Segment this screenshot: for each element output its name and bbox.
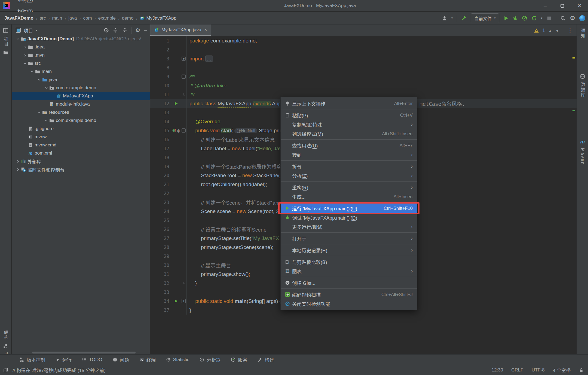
tree-chevron-icon[interactable] — [15, 159, 21, 164]
tool-window-button-构建[interactable]: 构建 — [258, 356, 274, 363]
breadcrumb-demo[interactable]: demo — [122, 16, 134, 21]
context-menu-item-24[interactable]: 图表› — [281, 266, 417, 276]
settings-gear-icon[interactable]: ⚙ — [570, 15, 575, 22]
run-button-icon[interactable] — [503, 16, 509, 21]
tree-item-module-info.java[interactable]: module-info.java — [12, 100, 150, 108]
context-menu-item-0[interactable]: 显示上下文操作Alt+Enter — [281, 99, 417, 108]
status-message[interactable]: // 构建在 2秒87毫秒内成功完成 (15 分钟之前) — [13, 367, 106, 373]
indent-indicator[interactable]: 4 个空格 — [553, 367, 571, 373]
tree-item-resources[interactable]: resources — [12, 108, 150, 116]
tree-item-临时文件和控制台[interactable]: 临时文件和控制台 — [12, 165, 150, 174]
tree-chevron-icon[interactable] — [29, 69, 35, 74]
rerun-button-icon[interactable] — [531, 16, 537, 21]
stop-button-icon[interactable] — [546, 16, 552, 21]
context-menu-item-4[interactable]: 列选择模式(M)Alt+Shift+Insert — [281, 129, 417, 138]
maven-m-icon[interactable]: m — [580, 139, 585, 145]
context-menu-item-10[interactable]: 分析(Z)› — [281, 171, 417, 180]
tree-item-mvnw.cmd[interactable]: mvnw.cmd — [12, 141, 150, 149]
tree-item-main[interactable]: main — [12, 67, 150, 76]
tree-chevron-icon[interactable] — [15, 167, 21, 172]
tree-item-.gitignore[interactable]: .gitignore — [12, 125, 150, 133]
tree-item-src[interactable]: src — [12, 59, 150, 67]
tree-item-.mvn[interactable]: .mvn — [12, 51, 150, 59]
collapse-all-icon[interactable] — [122, 27, 127, 33]
fold-marker[interactable] — [181, 279, 187, 288]
prev-problem-icon[interactable]: ▲ — [548, 29, 552, 33]
context-menu-item-16[interactable]: 调试 'MyJavaFXApp.main()'(D) — [281, 213, 417, 222]
fold-marker[interactable]: + — [181, 54, 187, 63]
breadcrumb-MyJavaFXApp[interactable]: CMyJavaFXApp — [140, 16, 176, 21]
tree-item-pom.xml[interactable]: mpom.xml — [12, 149, 150, 157]
context-menu-item-19[interactable]: 打开于› — [281, 234, 417, 243]
context-menu-item-21[interactable]: 本地历史记录(H)› — [281, 245, 417, 255]
tree-item-JavaFXDemo[interactable]: JavaFXDemo [Demo]D:\IDEAProjects\JCNCPro… — [12, 35, 150, 43]
user-profile-icon[interactable] — [442, 16, 447, 21]
tool-window-button-版本控制[interactable]: 版本控制 — [20, 356, 45, 363]
unlock-icon[interactable] — [579, 368, 584, 373]
tool-window-button-分析器[interactable]: 分析器 — [200, 356, 220, 363]
tool-window-button-TODO[interactable]: TODO — [82, 357, 102, 362]
context-menu-item-3[interactable]: 复制/粘贴特殊› — [281, 120, 417, 129]
stripe-tab-maven[interactable]: Maven — [580, 148, 585, 165]
panel-settings-gear-icon[interactable]: ⚙ — [135, 27, 140, 33]
hide-panel-icon[interactable]: – — [144, 27, 147, 33]
breadcrumb-main[interactable]: main — [52, 16, 62, 21]
context-menu-item-13[interactable]: 生成...Alt+Insert — [281, 192, 417, 201]
tree-chevron-icon[interactable] — [43, 118, 49, 123]
run-line-marker-icon[interactable] — [174, 299, 178, 303]
tree-item-com.example.demo[interactable]: com.example.demo — [12, 116, 150, 125]
tree-chevron-icon[interactable] — [22, 61, 28, 66]
breadcrumb-java[interactable]: java — [68, 16, 77, 21]
ide-sphere-icon[interactable] — [579, 15, 585, 21]
tab-close-icon[interactable]: × — [204, 27, 207, 33]
tree-item-MyJavaFXApp[interactable]: CMyJavaFXApp — [12, 92, 150, 100]
maximize-button[interactable] — [554, 0, 571, 11]
tree-item-com.example.demo[interactable]: com.example.demo — [12, 84, 150, 92]
breadcrumb-JavaFXDemo[interactable]: JavaFXDemo — [4, 16, 33, 21]
stripe-tab-structure[interactable]: 结构 — [2, 330, 9, 340]
line-ending-indicator[interactable]: CRLF — [511, 367, 523, 373]
stripe-tab-notifications[interactable]: 通知 — [579, 28, 586, 39]
tab-options-icon[interactable]: ⋮ — [564, 24, 577, 36]
context-menu-item-28[interactable]: 编码规约扫描Ctrl+Alt+Shift+J — [281, 290, 417, 299]
encoding-indicator[interactable]: UTF-8 — [532, 367, 545, 373]
menu-item-5[interactable]: 重构(R) — [14, 0, 38, 6]
tree-item-java[interactable]: java — [12, 76, 150, 84]
tree-chevron-icon[interactable] — [15, 37, 21, 41]
tree-item-mvnw[interactable]: mvnw — [12, 133, 150, 141]
tool-window-button-问题[interactable]: 问题 — [113, 356, 129, 363]
run-more-arrow[interactable]: ▾ — [541, 16, 543, 20]
profiler-button-icon[interactable] — [522, 16, 527, 21]
context-menu-item-17[interactable]: 更多运行/调试› — [281, 222, 417, 231]
tool-window-button-运行[interactable]: 运行 — [56, 356, 72, 363]
override-marker-icon[interactable]: I@ — [172, 128, 179, 133]
locate-file-icon[interactable] — [103, 27, 109, 33]
stripe-tab-database[interactable]: 数据库 — [579, 82, 586, 98]
inspections-widget[interactable]: 1 ▲ ▼ — [534, 28, 559, 33]
next-problem-icon[interactable]: ▼ — [555, 29, 559, 33]
fold-marker[interactable]: + — [181, 297, 187, 306]
tool-window-switcher-icon[interactable] — [3, 368, 8, 373]
close-button[interactable]: × — [571, 0, 588, 11]
fold-marker[interactable] — [181, 90, 187, 99]
database-icon[interactable] — [580, 73, 585, 79]
fold-marker[interactable]: − — [181, 126, 187, 135]
tool-window-button-Statistic[interactable]: Statistic — [166, 357, 189, 362]
tool-window-button-终端[interactable]: 终端 — [139, 356, 156, 363]
user-dropdown-arrow[interactable]: ▾ — [451, 16, 453, 20]
breadcrumb-example[interactable]: example — [98, 16, 116, 21]
breadcrumb-com[interactable]: com — [83, 16, 92, 21]
context-menu-item-9[interactable]: 折叠› — [281, 162, 417, 171]
context-menu-item-23[interactable]: 与剪贴板比较(B) — [281, 257, 417, 266]
tree-chevron-icon[interactable] — [36, 78, 42, 82]
context-menu-item-15[interactable]: 运行 'MyJavaFXApp.main()'(U)Ctrl+Shift+F10 — [281, 204, 417, 213]
minimize-button[interactable]: – — [537, 0, 554, 11]
context-menu-item-29[interactable]: 关闭实时检测功能 — [281, 299, 417, 308]
horizontal-scrollbar[interactable] — [32, 352, 136, 354]
project-panel-title[interactable]: 项目▾ — [16, 27, 37, 34]
search-everywhere-icon[interactable] — [560, 16, 566, 21]
run-configuration-select[interactable]: 当前文件▾ — [471, 13, 499, 23]
debug-button-icon[interactable] — [513, 16, 518, 21]
tab-myjavafxapp[interactable]: C MyJavaFXApp.java × — [150, 24, 211, 36]
context-menu-item-12[interactable]: 重构(R)› — [281, 183, 417, 192]
